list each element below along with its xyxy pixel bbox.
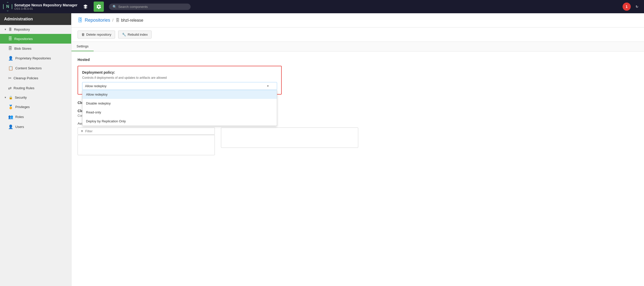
dropdown-arrow-icon: ▼ [267,85,269,87]
search-input[interactable] [118,5,187,9]
search-box[interactable]: 🔍 [109,4,191,10]
deployment-policy-options-list: Allow redeploy Disable redeploy Read-onl… [82,90,277,126]
sidebar-item-repositories[interactable]: 🗄 Repositories [0,34,71,44]
breadcrumb-separator: / [112,18,113,23]
option-deploy-by-replication-label: Deploy by Replication Only [86,119,126,123]
app-logo: N Sonatype Nexus Repository Manager OSS … [3,2,77,11]
action-bar: 🗑 Delete repository 🔧 Rebuild index [71,28,644,42]
sidebar: Administration ▼ 🗄 Repository 🗄 Reposito… [0,13,71,286]
browse-icon-btn[interactable] [80,2,91,12]
error-badge[interactable]: 1 [623,3,631,11]
breadcrumb-current-label: bhzl-release [121,18,143,23]
cleanup-applied-column: Applied [221,122,358,155]
delete-repository-label: Delete repository [86,33,111,36]
option-read-only-label: Read-only [86,110,101,114]
sidebar-section-repository: ▼ 🗄 Repository 🗄 Repositories 🗄 Blob Sto… [0,25,71,93]
security-group-icon: 🔒 [9,96,13,99]
tabs-bar: Settings [71,42,644,51]
cleanup-columns: Available ▼ Applied [78,122,358,155]
chevron-down-icon: ▼ [4,28,7,31]
sidebar-group-repository[interactable]: ▼ 🗄 Repository [0,25,71,34]
sidebar-item-privileges[interactable]: 🏅 Privileges [0,102,71,112]
breadcrumb: 🗄 Repositories / 🗄 bhzl-release [71,13,644,28]
current-repo-icon: 🗄 [116,18,120,23]
sidebar-item-users-label: Users [15,125,24,129]
sidebar-group-repository-icon: 🗄 [9,28,12,31]
blob-stores-icon: 🗄 [8,46,12,51]
option-allow-redeploy-label: Allow redeploy [86,93,108,96]
gear-icon [96,4,101,9]
sidebar-item-cleanup-policies-label: Cleanup Policies [14,76,38,80]
security-chevron-icon: ▼ [4,96,7,99]
deployment-policy-label: Deployment policy: [82,70,277,74]
privileges-icon: 🏅 [8,105,13,109]
rebuild-index-button[interactable]: 🔧 Rebuild index [118,31,152,38]
app-name: Sonatype Nexus Repository Manager [14,3,77,7]
refresh-button[interactable]: ↻ [633,3,641,11]
routing-icon: ⇄ [8,86,11,90]
content-area: Hosted Deployment policy: Controls if de… [71,51,644,286]
cleanup-available-column: Available ▼ [78,122,215,155]
breadcrumb-parent-link[interactable]: Repositories [85,18,110,23]
deployment-policy-current-value: Allow redeploy [85,84,107,88]
sidebar-item-privileges-label: Privileges [15,105,30,109]
repositories-icon: 🗄 [8,36,12,41]
topnav-right: 1 ↻ [623,3,641,11]
cleanup-filter-box: ▼ [78,127,215,135]
main-content: 🗄 Repositories / 🗄 bhzl-release 🗑 Delete… [71,13,644,286]
cube-icon [83,4,88,9]
app-version: OSS 3.46.0-01 [14,7,77,10]
filter-icon: ▼ [80,129,84,133]
trash-icon: 🗑 [81,33,85,36]
cleanup-filter-input[interactable] [85,129,212,133]
cleanup-available-list [78,135,215,155]
breadcrumb-current: 🗄 bhzl-release [116,18,143,23]
sidebar-item-content-selectors[interactable]: 📋 Content Selectors [0,63,71,73]
deployment-policy-description: Controls if deployments of and updates t… [82,76,277,80]
sidebar-group-repository-label: Repository [14,28,30,31]
option-deploy-by-replication[interactable]: Deploy by Replication Only [82,117,277,126]
hosted-section-title: Hosted [78,58,638,62]
sidebar-item-cleanup-policies[interactable]: ✂ Cleanup Policies [0,73,71,83]
sidebar-item-routing-rules-label: Routing Rules [14,86,34,90]
tab-settings-label: Settings [77,44,89,48]
option-allow-redeploy[interactable]: Allow redeploy [82,90,277,99]
option-disable-redeploy[interactable]: Disable redeploy [82,99,277,108]
sidebar-group-security[interactable]: ▼ 🔒 Security [0,93,71,102]
proprietary-icon: 👤 [8,56,13,61]
option-disable-redeploy-label: Disable redeploy [86,101,111,105]
sidebar-item-repositories-label: Repositories [14,37,33,41]
logo-icon: N [3,2,12,11]
sidebar-item-roles-label: Roles [15,115,24,119]
sidebar-item-content-selectors-label: Content Selectors [15,66,42,70]
tab-settings[interactable]: Settings [71,42,94,51]
search-icon: 🔍 [113,5,117,9]
deployment-policy-select[interactable]: Allow redeploy ▼ [82,82,277,90]
roles-icon: 👥 [8,114,13,119]
sidebar-header: Administration [0,13,71,25]
sidebar-item-blob-stores[interactable]: 🗄 Blob Stores [0,44,71,53]
admin-icon-btn[interactable] [94,2,104,12]
cleanup-icon: ✂ [8,76,11,81]
repositories-breadcrumb-icon: 🗄 [78,17,83,23]
cleanup-applied-list [221,127,358,148]
sidebar-item-roles[interactable]: 👥 Roles [0,112,71,122]
sidebar-group-security-label: Security [15,96,27,99]
sidebar-item-routing-rules[interactable]: ⇄ Routing Rules [0,83,71,93]
app-title-group: Sonatype Nexus Repository Manager OSS 3.… [14,3,77,10]
main-layout: Administration ▼ 🗄 Repository 🗄 Reposito… [0,13,644,286]
deployment-policy-dropdown-wrapper: Allow redeploy ▼ Allow redeploy Disable … [82,82,277,90]
users-icon: 👤 [8,124,13,129]
sidebar-item-proprietary[interactable]: 👤 Proprietary Repositories [0,53,71,63]
rebuild-index-label: Rebuild index [128,33,148,36]
content-selectors-icon: 📋 [8,66,13,71]
delete-repository-button[interactable]: 🗑 Delete repository [78,31,115,38]
deployment-policy-box: Deployment policy: Controls if deploymen… [78,66,282,95]
topnav: N Sonatype Nexus Repository Manager OSS … [0,0,644,13]
sidebar-section-security: ▼ 🔒 Security 🏅 Privileges 👥 Roles 👤 User… [0,93,71,132]
sidebar-item-users[interactable]: 👤 Users [0,122,71,132]
sidebar-item-blob-stores-label: Blob Stores [14,47,31,50]
wrench-icon: 🔧 [122,33,126,36]
option-read-only[interactable]: Read-only [82,108,277,117]
sidebar-item-proprietary-label: Proprietary Repositories [15,56,51,60]
